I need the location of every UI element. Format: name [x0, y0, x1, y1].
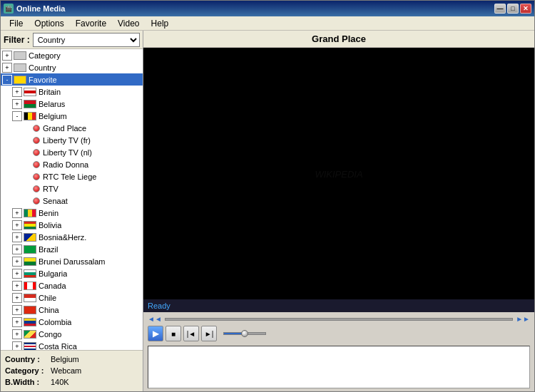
tree-item-bolivia[interactable]: + Bolivia	[1, 219, 143, 231]
flag-china	[24, 306, 36, 314]
info-country-row: Country : Belgium	[5, 354, 138, 365]
info-bar: Country : Belgium Category : Webcam B.Wi…	[1, 350, 143, 391]
expand-canada[interactable]: +	[12, 281, 22, 291]
maximize-button[interactable]: □	[507, 4, 519, 14]
china-label: China	[39, 306, 59, 314]
category-key: Category :	[5, 366, 48, 375]
flag-britain	[24, 88, 36, 96]
prev-button[interactable]: |◄	[183, 326, 199, 341]
expand-category[interactable]: +	[2, 51, 12, 61]
info-bwidth-row: B.Width : 140K	[5, 376, 138, 388]
favorite-label: Favorite	[29, 76, 57, 84]
expand-britain[interactable]: +	[12, 87, 22, 97]
progress-bar-container: ◄◄ ►►	[148, 315, 530, 323]
tree-item-costa-rica[interactable]: + Costa Rica	[1, 340, 143, 350]
expand-chile[interactable]: +	[12, 293, 22, 303]
tree-item-benin[interactable]: + Benin	[1, 207, 143, 219]
status-bar: Ready	[143, 299, 534, 312]
tree-item-radio-donna[interactable]: Radio Donna	[1, 158, 143, 170]
stop-button[interactable]: ■	[165, 326, 181, 341]
volume-knob[interactable]	[241, 330, 248, 337]
main-content: Filter : Category Country Favorite + Cat…	[1, 31, 534, 391]
tree-item-category[interactable]: + Category	[1, 49, 143, 61]
expand-congo[interactable]: +	[12, 329, 22, 339]
minimize-button[interactable]: —	[494, 4, 506, 14]
title-bar: 🎬 Online Media — □ ✕	[1, 1, 534, 16]
expand-benin[interactable]: +	[12, 208, 22, 218]
menu-favorite[interactable]: Favorite	[70, 17, 112, 30]
tree-item-china[interactable]: + China	[1, 304, 143, 316]
tree-item-liberty-fr[interactable]: Liberty TV (fr)	[1, 134, 143, 146]
expand-favorite[interactable]: -	[2, 75, 12, 85]
tree-item-congo[interactable]: + Congo	[1, 328, 143, 340]
chile-label: Chile	[39, 294, 56, 302]
fast-forward-arrow[interactable]: ►►	[516, 315, 530, 323]
video-area: WIKIPEDIA	[143, 48, 534, 299]
rewind-arrow[interactable]: ◄◄	[148, 315, 162, 323]
tree-item-rtv[interactable]: RTV	[1, 182, 143, 195]
radio-icon-liberty-nl	[32, 148, 41, 157]
filter-select[interactable]: Category Country Favorite	[33, 33, 140, 47]
app-icon: 🎬	[4, 4, 14, 14]
flag-costa-rica	[24, 342, 36, 351]
next-button[interactable]: ►|	[201, 326, 217, 341]
tree-item-canada[interactable]: + Canada	[1, 279, 143, 292]
expand-belgium[interactable]: -	[12, 111, 22, 121]
tree-item-favorite[interactable]: - Favorite	[1, 73, 143, 86]
category-label: Category	[29, 51, 61, 60]
expand-bolivia[interactable]: +	[12, 220, 22, 230]
tree-item-brazil[interactable]: + Brazil	[1, 243, 143, 255]
belarus-label: Belarus	[39, 100, 65, 108]
menu-video[interactable]: Video	[112, 17, 145, 30]
expand-bosnia[interactable]: +	[12, 232, 22, 242]
tree-item-rtc[interactable]: RTC Tele Liege	[1, 170, 143, 182]
filter-label: Filter :	[4, 35, 30, 45]
close-button[interactable]: ✕	[520, 4, 531, 14]
menu-help[interactable]: Help	[146, 17, 175, 30]
country-value: Belgium	[51, 355, 79, 363]
menu-bar: File Options Favorite Video Help	[1, 16, 534, 31]
tree-item-britain[interactable]: + Britain	[1, 86, 143, 98]
britain-label: Britain	[39, 88, 61, 96]
tree-item-bulgaria[interactable]: + Bulgaria	[1, 267, 143, 279]
expand-country[interactable]: +	[2, 63, 12, 73]
expand-brazil[interactable]: +	[12, 244, 22, 254]
tree-container[interactable]: + Category + Country - Favorite +	[1, 49, 143, 350]
congo-label: Congo	[39, 330, 61, 339]
menu-file[interactable]: File	[4, 17, 29, 30]
tree-item-chile[interactable]: + Chile	[1, 292, 143, 304]
radio-icon-rtc	[32, 172, 41, 181]
tree-item-brunei[interactable]: + Brunei Darussalam	[1, 255, 143, 267]
info-category-row: Category : Webcam	[5, 365, 138, 376]
rtc-label: RTC Tele Liege	[43, 172, 96, 181]
tree-item-colombia[interactable]: + Colombia	[1, 316, 143, 328]
tree-item-liberty-nl[interactable]: Liberty TV (nl)	[1, 146, 143, 158]
expand-bulgaria[interactable]: +	[12, 269, 22, 279]
tree-item-senaat[interactable]: Senaat	[1, 195, 143, 207]
tree-item-country[interactable]: + Country	[1, 61, 143, 73]
senaat-label: Senaat	[43, 197, 68, 205]
bwidth-value: 140K	[51, 378, 69, 386]
colombia-label: Colombia	[39, 318, 71, 326]
expand-china[interactable]: +	[12, 305, 22, 315]
menu-options[interactable]: Options	[29, 17, 69, 30]
video-watermark: WIKIPEDIA	[315, 168, 362, 179]
expand-costa-rica[interactable]: +	[12, 341, 22, 351]
expand-colombia[interactable]: +	[12, 317, 22, 327]
brunei-label: Brunei Darussalam	[39, 257, 106, 266]
expand-belarus[interactable]: +	[12, 99, 22, 109]
expand-brunei[interactable]: +	[12, 257, 22, 267]
log-area	[148, 346, 530, 388]
volume-track[interactable]	[223, 332, 266, 335]
grand-place-label: Grand Place	[43, 124, 86, 133]
tree-item-bosnia[interactable]: + Bosnia&Herz.	[1, 231, 143, 243]
flag-brazil	[24, 245, 36, 254]
play-button[interactable]: ▶	[148, 326, 163, 341]
flag-belarus	[24, 100, 36, 108]
progress-track[interactable]	[165, 318, 513, 321]
tree-item-belgium[interactable]: - Belgium	[1, 110, 143, 122]
tree-item-belarus[interactable]: + Belarus	[1, 98, 143, 110]
tree-item-grand-place[interactable]: Grand Place	[1, 122, 143, 134]
bolivia-label: Bolivia	[39, 221, 61, 229]
title-buttons: — □ ✕	[494, 4, 531, 14]
